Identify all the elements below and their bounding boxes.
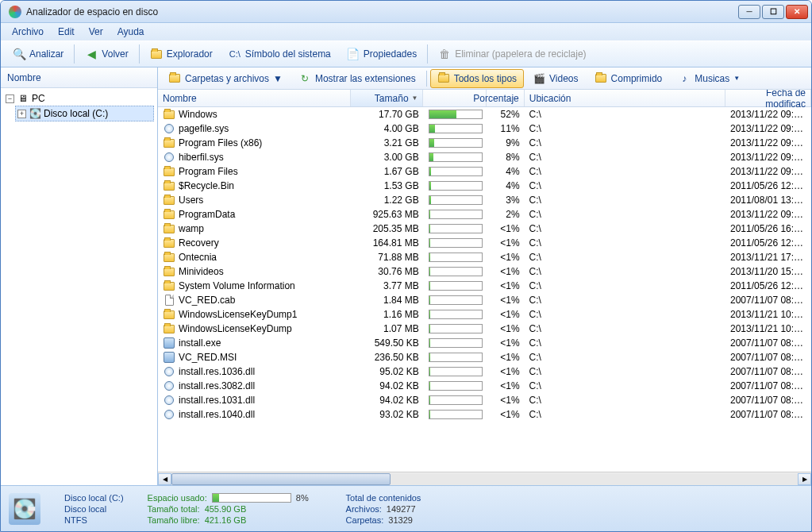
- cmd-button[interactable]: C:\ Símbolo del sistema: [221, 44, 338, 64]
- file-location: C:\: [525, 394, 725, 407]
- close-button[interactable]: ✕: [786, 5, 808, 19]
- content-area: Nombre − 🖥 PC + 💽 Disco local (C:): [1, 67, 811, 485]
- menu-ayuda[interactable]: Ayuda: [111, 25, 151, 39]
- file-name: Recovery: [179, 237, 219, 249]
- menubar: Archivo Edit Ver Ayuda: [1, 23, 811, 40]
- scroll-right-icon[interactable]: ▶: [798, 473, 811, 485]
- table-row[interactable]: Windows17.70 GB52%C:\2013/11/22 09:04:: [158, 107, 811, 121]
- file-location: C:\: [525, 194, 725, 206]
- file-date: 2007/11/07 08:03:: [725, 380, 811, 392]
- menu-edit[interactable]: Edit: [52, 25, 81, 39]
- menu-ver[interactable]: Ver: [83, 25, 110, 39]
- back-button[interactable]: ◀ Volver: [78, 44, 135, 64]
- table-row[interactable]: install.res.3082.dll94.02 KB<1%C:\2007/1…: [158, 379, 811, 393]
- minimize-button[interactable]: ─: [738, 5, 760, 19]
- table-row[interactable]: WindowsLicenseKeyDump11.16 MB<1%C:\2013/…: [158, 307, 811, 322]
- file-date: 2007/11/07 08:03:: [725, 337, 811, 349]
- file-size: 95.02 KB: [352, 365, 424, 378]
- file-pct-bar: [424, 223, 487, 234]
- table-row[interactable]: ProgramData925.63 MB2%C:\2013/11/22 09:2…: [158, 207, 811, 222]
- scroll-thumb[interactable]: [171, 473, 391, 485]
- table-row[interactable]: Program Files (x86)3.21 GB9%C:\2013/11/2…: [158, 136, 811, 150]
- table-row[interactable]: Program Files1.67 GB4%C:\2013/11/22 09:2…: [158, 164, 811, 179]
- horizontal-scrollbar[interactable]: ◀ ▶: [158, 472, 811, 485]
- tree-drive-label: Disco local (C:): [44, 108, 108, 119]
- file-name: install.res.1031.dll: [179, 395, 255, 406]
- table-row[interactable]: wamp205.35 MB<1%C:\2011/05/26 16:51:: [158, 222, 811, 236]
- col-size[interactable]: Tamaño▼: [351, 90, 423, 106]
- properties-button[interactable]: 📄 Propiedades: [340, 44, 424, 64]
- filter-videos[interactable]: 🎬 Videos: [525, 69, 585, 88]
- delete-button[interactable]: 🗑 Eliminar (papelera de reciclaje): [431, 44, 593, 64]
- table-row[interactable]: VC_RED.cab1.84 MB<1%C:\2007/11/07 08:50:: [158, 293, 811, 307]
- table-row[interactable]: hiberfil.sys3.00 GB8%C:\2013/11/22 09:05…: [158, 150, 811, 164]
- filter-compressed[interactable]: Comprimido: [587, 69, 670, 88]
- filter-folders-label: Carpetas y archivos: [185, 73, 269, 84]
- maximize-button[interactable]: ☐: [762, 5, 784, 19]
- table-row[interactable]: Users1.22 GB3%C:\2011/08/01 13:22:: [158, 193, 811, 207]
- file-pct: <1%: [487, 251, 525, 264]
- file-pct-bar: [424, 209, 487, 220]
- table-row[interactable]: VC_RED.MSI236.50 KB<1%C:\2007/11/07 08:5…: [158, 350, 811, 364]
- file-location: C:\: [525, 279, 725, 292]
- table-row[interactable]: Ontecnia71.88 MB<1%C:\2013/11/21 17:50:: [158, 250, 811, 264]
- col-name[interactable]: Nombre: [158, 90, 351, 106]
- col-date[interactable]: Fecha de modificac: [725, 90, 811, 106]
- table-row[interactable]: Minivideos30.76 MB<1%C:\2013/11/20 15:24…: [158, 264, 811, 279]
- menu-archivo[interactable]: Archivo: [6, 25, 50, 39]
- file-pct-bar: [424, 152, 487, 163]
- table-row[interactable]: Recovery164.81 MB<1%C:\2011/05/26 12:34:: [158, 236, 811, 250]
- status-contents-label: Total de contenidos: [346, 493, 421, 503]
- status-total-label: Tamaño total:: [148, 504, 200, 514]
- scroll-left-icon[interactable]: ◀: [158, 473, 171, 485]
- tree-collapse-icon[interactable]: −: [6, 94, 14, 103]
- file-date: 2011/05/26 12:45:: [725, 279, 811, 292]
- explorer-button[interactable]: Explorador: [143, 44, 220, 64]
- drive-icon: 💽: [9, 493, 40, 525]
- tree-header[interactable]: Nombre: [1, 67, 157, 88]
- table-row[interactable]: install.res.1040.dll93.02 KB<1%C:\2007/1…: [158, 407, 811, 422]
- window-title: Analizador de espacio en disco: [26, 6, 738, 17]
- col-pct[interactable]: Porcentaje: [487, 90, 525, 106]
- filter-music[interactable]: ♪ Musicas ▼: [671, 69, 747, 88]
- analyze-label: Analizar: [29, 48, 63, 60]
- file-location: C:\: [525, 365, 725, 378]
- analyze-button[interactable]: 🔍 Analizar: [6, 44, 71, 64]
- file-date: 2011/05/26 12:34:: [725, 237, 811, 249]
- file-pct: <1%: [487, 408, 525, 421]
- table-row[interactable]: $Recycle.Bin1.53 GB4%C:\2011/05/26 12:34…: [158, 179, 811, 193]
- file-size: 1.67 GB: [352, 165, 424, 178]
- dropdown-icon: ▼: [733, 75, 740, 82]
- table-row[interactable]: System Volume Information3.77 MB<1%C:\20…: [158, 279, 811, 293]
- folder-icon: [163, 251, 175, 264]
- separator: [426, 71, 427, 87]
- archive-icon: [595, 72, 607, 85]
- file-name: VC_RED.cab: [179, 295, 235, 306]
- sys-icon: [163, 380, 175, 392]
- file-pct-bar: [424, 366, 487, 377]
- table-row[interactable]: install.res.1031.dll94.02 KB<1%C:\2007/1…: [158, 393, 811, 407]
- table-row[interactable]: WindowsLicenseKeyDump1.07 MB<1%C:\2013/1…: [158, 322, 811, 336]
- status-drive-label: Disco local (C:): [64, 493, 124, 503]
- filter-all[interactable]: Todos los tipos: [430, 69, 524, 88]
- file-size: 3.21 GB: [352, 137, 424, 149]
- table-row[interactable]: pagefile.sys4.00 GB11%C:\2013/11/22 09:0…: [158, 121, 811, 136]
- status-files-label: Archivos:: [346, 504, 382, 514]
- dropdown-icon: ▼: [273, 73, 283, 84]
- scroll-track[interactable]: [171, 473, 798, 485]
- col-location[interactable]: Ubicación: [525, 90, 725, 106]
- status-folders-label: Carpetas:: [346, 515, 384, 525]
- titlebar[interactable]: Analizador de espacio en disco ─ ☐ ✕: [1, 1, 811, 23]
- tree-expand-icon[interactable]: +: [17, 110, 26, 118]
- file-location: C:\: [525, 237, 725, 249]
- filter-folders[interactable]: Carpetas y archivos ▼: [161, 69, 290, 88]
- tree-node-pc[interactable]: − 🖥 PC: [4, 91, 154, 106]
- trash-icon: 🗑: [438, 48, 451, 60]
- table-row[interactable]: install.exe549.50 KB<1%C:\2007/11/07 08:…: [158, 336, 811, 350]
- table-row[interactable]: install.res.1036.dll95.02 KB<1%C:\2007/1…: [158, 364, 811, 379]
- file-pct: 9%: [487, 137, 525, 149]
- tree-node-drive[interactable]: + 💽 Disco local (C:): [15, 106, 154, 121]
- toolbar: 🔍 Analizar ◀ Volver Explorador C:\ Símbo…: [1, 40, 811, 67]
- folder-icon: [163, 194, 175, 206]
- filter-extensions[interactable]: ↻ Mostrar las extensiones: [291, 69, 423, 88]
